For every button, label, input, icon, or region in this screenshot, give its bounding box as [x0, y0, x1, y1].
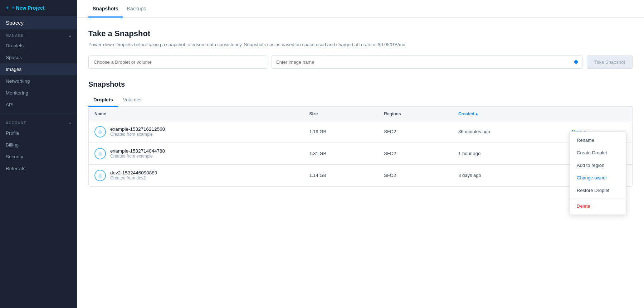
col-created[interactable]: Created ▴ — [453, 107, 566, 121]
sort-asc-icon: ▴ — [475, 111, 478, 116]
dropdown-item-restore-droplet[interactable]: Restore Droplet — [570, 184, 626, 197]
sidebar-item-images[interactable]: Images — [0, 63, 77, 75]
take-snapshot-row: Take Snapshot — [88, 56, 633, 69]
cell-size-2: 1.31 GB — [303, 143, 378, 164]
manage-chevron-icon: ▴ — [69, 34, 71, 38]
image-name-input[interactable] — [276, 56, 574, 68]
account-chevron-icon: ▴ — [69, 121, 71, 125]
dropdown-item-add-to-region[interactable]: Add to region — [570, 159, 626, 172]
snapshots-table: Name Size Regions Created ▴ — [89, 107, 632, 186]
cell-name-2: example-1532714044788 Created from examp… — [89, 143, 303, 164]
col-size: Size — [303, 107, 378, 121]
sidebar: + + New Project Spacey MANAGE ▴ Droplets… — [0, 0, 77, 308]
snapshot-name-2: example-1532714044788 — [110, 148, 165, 154]
table-row: example-1532716212568 Created from examp… — [89, 121, 632, 143]
cell-size-3: 1.14 GB — [303, 164, 378, 186]
sidebar-item-spacey[interactable]: Spacey — [0, 16, 77, 29]
new-project-label: + New Project — [11, 5, 44, 11]
sidebar-item-referrals[interactable]: Referrals — [0, 163, 77, 174]
take-snapshot-title: Take a Snapshot — [88, 29, 633, 38]
dropdown-menu: Rename Create Droplet Add to region Chan… — [569, 131, 626, 215]
top-tabs: Snapshots Backups — [77, 0, 644, 18]
sidebar-item-monitoring[interactable]: Monitoring — [0, 87, 77, 99]
sub-tabs: Droplets Volumes — [88, 93, 633, 107]
cell-regions-3: SFO2 — [378, 164, 453, 186]
sidebar-divider — [0, 114, 77, 114]
table-body: example-1532716212568 Created from examp… — [89, 121, 632, 186]
sub-tab-volumes[interactable]: Volumes — [118, 93, 147, 107]
cell-created-1: 36 minutes ago — [453, 121, 566, 143]
new-project-button[interactable]: + + New Project — [0, 0, 77, 16]
plus-icon: + — [6, 5, 9, 11]
sidebar-item-networking[interactable]: Networking — [0, 75, 77, 87]
droplet-icon-2 — [94, 148, 106, 159]
content-area: Take a Snapshot Power-down Droplets befo… — [77, 18, 644, 308]
snapshot-name-1: example-1532716212568 — [110, 126, 165, 132]
dropdown-item-change-owner[interactable]: Change owner — [570, 172, 626, 184]
cell-size-1: 1.19 GB — [303, 121, 378, 143]
dropdown-item-delete[interactable]: Delete — [570, 200, 626, 212]
droplet-icon-3 — [94, 170, 106, 181]
take-snapshot-description: Power-down Droplets before taking a snap… — [88, 41, 633, 48]
dropdown-item-rename[interactable]: Rename — [570, 134, 626, 146]
cell-name-3: dev2-1532446090889 Created from dev2 — [89, 164, 303, 186]
snapshots-table-wrap: Name Size Regions Created ▴ — [88, 107, 633, 187]
take-snapshot-button[interactable]: Take Snapshot — [587, 56, 633, 69]
table-header: Name Size Regions Created ▴ — [89, 107, 632, 121]
image-name-wrap — [272, 56, 582, 69]
sidebar-item-profile[interactable]: Profile — [0, 127, 77, 139]
sidebar-item-billing[interactable]: Billing — [0, 139, 77, 151]
cell-regions-2: SFO2 — [378, 143, 453, 164]
droplet-select-input[interactable] — [88, 56, 267, 69]
cell-created-2: 1 hour ago — [453, 143, 566, 164]
droplet-icon-1 — [94, 126, 106, 138]
sidebar-item-api[interactable]: API — [0, 99, 77, 111]
account-section-label: ACCOUNT ▴ — [0, 117, 77, 127]
sidebar-item-security[interactable]: Security — [0, 151, 77, 163]
snapshot-sub-3: Created from dev2 — [110, 175, 157, 181]
sidebar-item-droplets[interactable]: Droplets — [0, 40, 77, 52]
dropdown-divider — [570, 198, 626, 198]
table-row: dev2-1532446090889 Created from dev2 1.1… — [89, 164, 632, 186]
snapshot-sub-1: Created from example — [110, 132, 165, 137]
sub-tab-droplets[interactable]: Droplets — [88, 93, 118, 107]
col-name: Name — [89, 107, 303, 121]
tab-snapshots[interactable]: Snapshots — [88, 0, 123, 18]
cell-name-1: example-1532716212568 Created from examp… — [89, 121, 303, 143]
main-content: Snapshots Backups Take a Snapshot Power-… — [77, 0, 644, 308]
snapshots-section-title: Snapshots — [88, 80, 633, 88]
snapshot-sub-2: Created from example — [110, 154, 165, 159]
input-dot-indicator — [574, 60, 578, 64]
cell-created-3: 3 days ago — [453, 164, 566, 186]
table-row: example-1532714044788 Created from examp… — [89, 143, 632, 164]
cell-regions-1: SFO2 — [378, 121, 453, 143]
col-actions — [566, 107, 632, 121]
sidebar-item-spaces[interactable]: Spaces — [0, 52, 77, 63]
col-regions: Regions — [378, 107, 453, 121]
manage-section-label: MANAGE ▴ — [0, 29, 77, 40]
tab-backups[interactable]: Backups — [123, 0, 151, 18]
dropdown-item-create-droplet[interactable]: Create Droplet — [570, 146, 626, 159]
snapshot-name-3: dev2-1532446090889 — [110, 170, 157, 175]
